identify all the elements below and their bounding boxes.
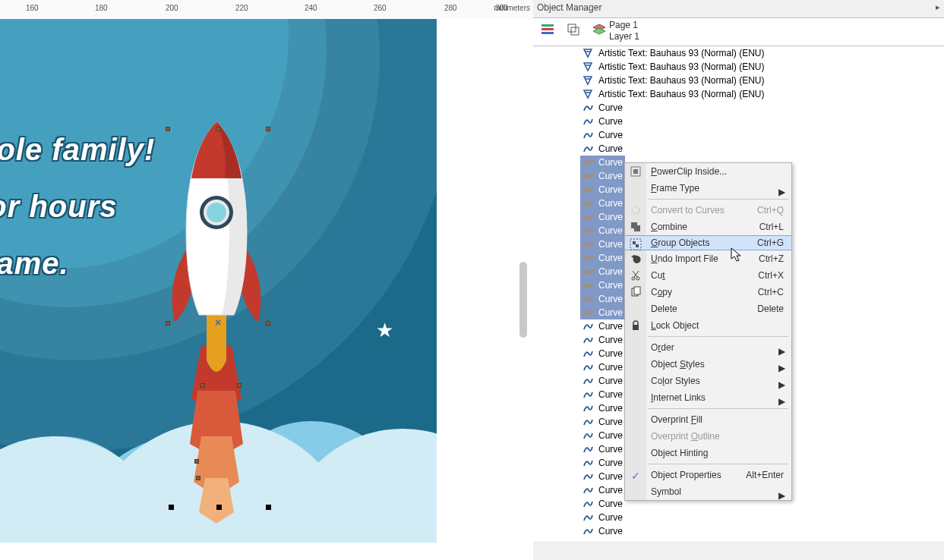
tree-item[interactable]: Curve <box>580 238 625 251</box>
tree-item[interactable]: Curve <box>580 456 625 470</box>
tree-item[interactable]: Curve <box>580 333 625 347</box>
ctx-object-styles[interactable]: Object Styles▶ <box>625 356 791 373</box>
tree-item[interactable]: Curve <box>580 128 625 142</box>
ctx-color-styles[interactable]: Color Styles▶ <box>625 373 791 389</box>
tree-item[interactable]: Curve <box>580 401 625 415</box>
tree-item[interactable]: Curve <box>580 483 625 497</box>
tree-item[interactable]: Curve <box>580 156 625 169</box>
tree-item[interactable]: Curve <box>580 115 625 128</box>
edit-across-layers-icon[interactable] <box>565 21 582 38</box>
artistic-text-icon <box>583 89 593 99</box>
horizontal-ruler: millimeters 160180200220240260280300 <box>0 0 533 19</box>
selection-handle[interactable] <box>169 505 174 510</box>
svg-marker-6 <box>568 24 576 32</box>
panel-splitter[interactable] <box>516 19 532 560</box>
tree-item[interactable]: Artistic Text: Bauhaus 93 (Normal) (ENU) <box>580 46 767 60</box>
selection-handle[interactable] <box>266 127 270 131</box>
tree-item[interactable]: Curve <box>580 265 625 278</box>
canvas-text-line: game. <box>0 247 69 281</box>
star-icon: ★ <box>376 319 393 342</box>
ctx-lock[interactable]: Lock Object <box>625 317 791 334</box>
curve-icon <box>583 485 593 496</box>
curve-icon <box>583 526 593 536</box>
ctx-powerclip[interactable]: PPowerClip Inside...owerClip Inside... <box>625 163 791 180</box>
ctx-object-hinting[interactable]: Object Hinting <box>625 445 791 461</box>
layer-manager-view-icon[interactable] <box>539 21 556 38</box>
selection-handle[interactable] <box>216 505 222 510</box>
tree-item[interactable]: Artistic Text: Bauhaus 93 (Normal) (ENU) <box>580 60 767 74</box>
ctx-order[interactable]: Order▶ <box>625 339 791 356</box>
curve-icon <box>583 253 593 263</box>
ctx-copy[interactable]: CopyCtrl+C <box>625 284 791 300</box>
svg-point-25 <box>636 277 639 280</box>
tree-item[interactable]: Artistic Text: Bauhaus 93 (Normal) (ENU) <box>580 74 767 87</box>
ruler-tick: 300 <box>495 4 508 12</box>
ctx-undo[interactable]: Undo Import FileCtrl+Z <box>625 250 791 267</box>
curve-icon <box>583 417 593 427</box>
curve-icon <box>583 184 593 195</box>
ctx-overprint-fill[interactable]: Overprint Fill <box>625 411 791 428</box>
tree-item-label: Curve <box>598 143 623 154</box>
tree-item[interactable]: Artistic Text: Bauhaus 93 (Normal) (ENU) <box>580 87 767 101</box>
tree-item[interactable]: Curve <box>580 169 625 183</box>
canvas-text-line: for hours <box>0 190 118 224</box>
ctx-frame-type[interactable]: Frame Type▶ <box>625 180 791 197</box>
tree-item[interactable]: Curve <box>580 511 625 524</box>
tree-item[interactable]: Curve <box>580 183 625 197</box>
tree-item[interactable]: Curve <box>580 319 625 333</box>
tree-item[interactable]: Curve <box>580 360 625 374</box>
tree-item[interactable]: Curve <box>580 470 625 483</box>
ctx-object-properties[interactable]: Object PropertiesAlt+Enter <box>625 467 791 483</box>
tree-item[interactable]: Curve <box>580 251 625 265</box>
tree-item[interactable]: Curve <box>580 374 625 388</box>
tree-item-label: Curve <box>598 321 623 332</box>
selection-handle[interactable] <box>196 476 200 480</box>
ruler-tick: 200 <box>166 4 178 12</box>
tree-item[interactable]: Curve <box>580 142 625 156</box>
tree-item-label: Curve <box>598 307 623 318</box>
splitter-thumb[interactable] <box>519 262 527 338</box>
curve-icon <box>583 389 593 400</box>
ctx-internet-links[interactable]: Internet Links▶ <box>625 389 791 406</box>
ctx-symbol[interactable]: Symbol▶ <box>625 483 791 500</box>
tree-item[interactable]: Curve <box>580 415 625 429</box>
page-layer-label[interactable]: Page 1 Layer 1 <box>609 20 639 42</box>
selection-handle[interactable] <box>200 383 205 388</box>
layer-manager-icon[interactable] <box>591 21 608 38</box>
tree-item[interactable]: Curve <box>580 306 625 319</box>
svg-marker-7 <box>571 27 579 35</box>
ctx-delete[interactable]: DeleteDelete <box>625 300 791 317</box>
ctx-combine[interactable]: CombineCtrl+L <box>625 219 791 235</box>
ctx-group-objects[interactable]: Group ObjectsCtrl+G <box>625 235 791 250</box>
selection-handle[interactable] <box>266 505 271 510</box>
tree-item[interactable]: Curve <box>580 524 625 538</box>
curve-icon <box>583 499 593 509</box>
tree-item[interactable]: Curve <box>580 388 625 401</box>
selection-handle[interactable] <box>194 459 199 464</box>
selection-handle[interactable] <box>237 383 242 388</box>
tree-item-label: Curve <box>598 458 623 468</box>
tree-item[interactable]: Curve <box>580 101 625 115</box>
selection-handle[interactable] <box>166 321 170 326</box>
panel-menu-icon[interactable]: ▸ <box>936 2 940 12</box>
document-canvas[interactable]: hole family! for hours game. ★ <box>0 19 437 543</box>
tree-item[interactable]: Curve <box>580 497 625 511</box>
tree-item[interactable]: Curve <box>580 347 625 360</box>
tree-item[interactable]: Curve <box>580 292 625 306</box>
tree-item[interactable]: Curve <box>580 442 625 456</box>
selection-center-icon[interactable]: × <box>215 316 221 329</box>
tree-item[interactable]: Curve <box>580 224 625 238</box>
selection-handle[interactable] <box>266 321 270 326</box>
tree-item[interactable]: Curve <box>580 210 625 224</box>
tree-item[interactable]: Curve <box>580 197 625 210</box>
cut-icon <box>629 269 642 282</box>
tree-item[interactable]: Curve <box>580 278 625 292</box>
tree-item[interactable]: Curve <box>580 429 625 442</box>
curve-icon <box>583 471 593 482</box>
selection-handle[interactable] <box>216 127 220 131</box>
tree-item-label: Artistic Text: Bauhaus 93 (Normal) (ENU) <box>598 61 765 72</box>
curve-icon <box>583 458 593 468</box>
ctx-cut[interactable]: CutCtrl+X <box>625 267 791 284</box>
selection-handle[interactable] <box>166 127 170 131</box>
curve-icon <box>583 171 593 181</box>
